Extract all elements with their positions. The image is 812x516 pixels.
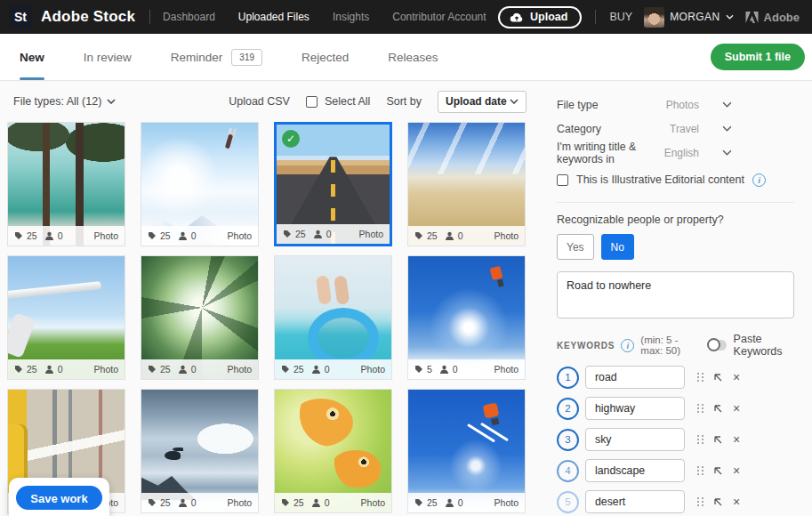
keyword-input[interactable]	[585, 459, 685, 482]
top-navigation: Dashboard Uploaded Files Insights Contri…	[163, 11, 486, 23]
category-label: Category	[557, 123, 670, 135]
info-icon[interactable]: i	[621, 339, 634, 352]
tab-new[interactable]: New	[20, 34, 44, 80]
keyword-count: 25	[295, 229, 306, 239]
tab-new-label: New	[20, 51, 44, 64]
nav-insights[interactable]: Insights	[333, 11, 369, 23]
tag-icon	[148, 231, 157, 240]
nav-dashboard[interactable]: Dashboard	[163, 11, 215, 23]
category-select[interactable]: Category Travel	[557, 117, 794, 141]
nav-contributor-account[interactable]: Contributor Account	[392, 11, 486, 23]
tab-rejected[interactable]: Rejected	[301, 34, 349, 80]
info-icon[interactable]: i	[752, 173, 766, 187]
asset-type-label: Photo	[494, 364, 519, 375]
adobe-mark-icon	[745, 12, 759, 23]
select-all-label: Select All	[325, 95, 370, 108]
nav-uploaded-files[interactable]: Uploaded Files	[238, 11, 310, 23]
photo-card-10[interactable]: 25 0 Photo	[141, 389, 259, 513]
remove-keyword-icon[interactable]: ×	[733, 464, 740, 477]
select-all-checkbox[interactable]	[306, 96, 318, 108]
photo-card-5[interactable]: 25 0 Photo	[7, 255, 125, 380]
card-meta-bar: 25 0 Photo	[408, 493, 525, 512]
keyword-input[interactable]	[585, 490, 685, 513]
photo-card-2[interactable]: 25 0 Photo	[141, 122, 259, 246]
tab-releases[interactable]: Releases	[388, 34, 438, 80]
photo-card-6[interactable]: 25 0 Photo	[141, 255, 259, 380]
photo-card-7[interactable]: 25 0 Photo	[274, 255, 392, 380]
asset-type-label: Photo	[94, 230, 118, 241]
card-meta-bar: 25 0 Photo	[141, 493, 258, 512]
asset-type-label: Photo	[494, 497, 519, 508]
submit-files-button[interactable]: Submit 1 file	[711, 44, 805, 70]
tag-icon	[281, 365, 290, 374]
keyword-input[interactable]	[585, 428, 685, 451]
tab-in-review[interactable]: In review	[84, 34, 132, 80]
remove-keyword-icon[interactable]: ×	[733, 371, 740, 383]
check-glyph: ✓	[286, 133, 295, 145]
file-types-filter[interactable]: File types: All (12)	[13, 95, 116, 108]
tag-icon	[281, 498, 290, 507]
paste-keywords-control[interactable]: Paste Keywords	[709, 333, 794, 358]
tab-rejected-label: Rejected	[301, 51, 349, 64]
tab-reminder[interactable]: Reminder 319	[171, 34, 262, 80]
drag-handle-icon[interactable]	[697, 373, 703, 383]
move-to-top-icon[interactable]	[713, 373, 723, 383]
tag-icon	[14, 231, 23, 240]
keyword-input[interactable]	[585, 366, 685, 389]
keyword-count: 5	[427, 364, 432, 375]
file-type-select[interactable]: File type Photos	[557, 93, 794, 117]
move-to-top-icon[interactable]	[713, 497, 723, 507]
keyword-row-4: 4 ×	[557, 459, 794, 482]
people-count: 0	[458, 497, 463, 508]
sort-order-select[interactable]: Upload date	[438, 91, 527, 113]
asset-type-label: Photo	[361, 497, 385, 508]
asset-type-label: Photo	[228, 364, 252, 375]
adobe-stock-contributor-page: St Adobe Stock Dashboard Uploaded Files …	[0, 0, 812, 516]
drag-handle-icon[interactable]	[697, 404, 703, 414]
people-icon	[439, 365, 449, 374]
photo-card-3-selected[interactable]: ✓ 25 0 Photo	[274, 122, 392, 246]
editorial-checkbox[interactable]	[557, 174, 568, 186]
move-to-top-icon[interactable]	[713, 435, 723, 445]
buy-link[interactable]: BUY	[609, 11, 632, 23]
language-select[interactable]: I'm writing title & keywords in English	[557, 141, 794, 165]
photo-card-12[interactable]: 25 0 Photo	[407, 389, 526, 513]
move-to-top-icon[interactable]	[713, 404, 723, 414]
keyword-count: 25	[293, 364, 304, 375]
tag-icon	[414, 498, 423, 507]
people-icon	[445, 231, 454, 240]
drag-handle-icon[interactable]	[697, 435, 703, 445]
drag-handle-icon[interactable]	[697, 466, 703, 476]
photo-card-8[interactable]: 5 0 Photo	[407, 255, 526, 380]
keyword-row-1: 1 ×	[557, 366, 794, 389]
paste-keywords-switch[interactable]	[709, 340, 727, 351]
keyword-count: 25	[160, 364, 171, 375]
photo-card-4[interactable]: 25 0 Photo	[407, 122, 526, 246]
info-glyph: i	[626, 341, 629, 351]
editorial-content-control[interactable]: This is Illustrative Editorial content i	[557, 166, 794, 193]
select-all-control[interactable]: Select All	[306, 95, 370, 108]
people-count: 0	[58, 364, 63, 375]
photo-card-11[interactable]: 25 0 Photo	[274, 389, 392, 513]
switch-knob	[707, 338, 720, 351]
stock-logo[interactable]: St	[9, 5, 32, 28]
tab-releases-label: Releases	[388, 51, 438, 64]
remove-keyword-icon[interactable]: ×	[733, 433, 740, 446]
no-button[interactable]: No	[601, 234, 634, 260]
remove-keyword-icon[interactable]: ×	[733, 402, 740, 415]
selected-check-icon: ✓	[282, 130, 300, 148]
drag-handle-icon[interactable]	[697, 497, 703, 507]
tag-icon	[414, 365, 423, 374]
upload-button[interactable]: Upload	[498, 6, 582, 28]
photo-card-1[interactable]: 25 0 Photo	[7, 122, 125, 246]
people-count: 0	[326, 229, 332, 239]
upload-csv-link[interactable]: Upload CSV	[229, 95, 290, 108]
yes-button[interactable]: Yes	[557, 234, 594, 260]
save-work-button[interactable]: Save work	[16, 486, 101, 510]
remove-keyword-icon[interactable]: ×	[733, 496, 740, 508]
title-textarea[interactable]: Road to nowhere	[557, 271, 794, 318]
keyword-input[interactable]	[585, 397, 685, 420]
upload-button-label: Upload	[530, 11, 567, 23]
move-to-top-icon[interactable]	[713, 466, 723, 476]
account-menu[interactable]: MORGAN	[644, 7, 733, 28]
